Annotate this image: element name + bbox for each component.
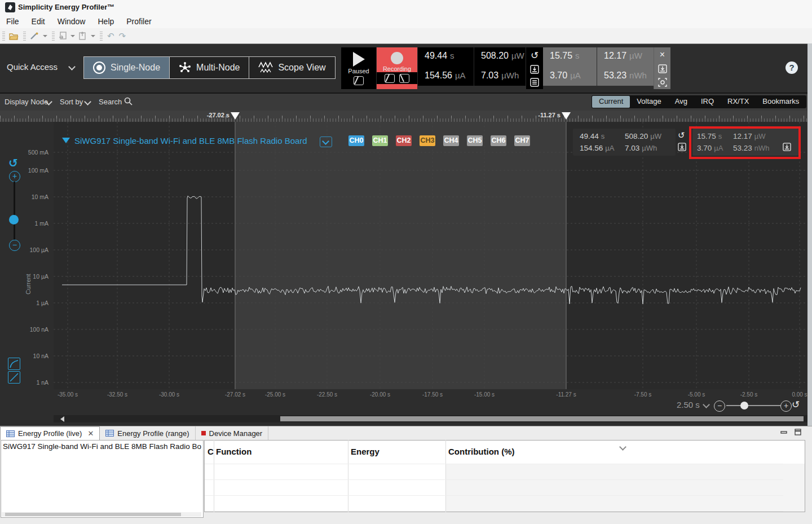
export-dropdown-icon[interactable] [91, 35, 95, 37]
back-icon[interactable]: ↶ [107, 31, 114, 41]
toolbar-drag-handle [52, 32, 55, 41]
bottom-tab-bar: Energy Profile (live) ✕ Energy Profile (… [0, 426, 268, 440]
zoom-window-value[interactable]: 2.50 s [677, 400, 700, 409]
search-icon[interactable] [124, 97, 133, 105]
col-header-c[interactable]: C [208, 447, 214, 456]
sort-by-dropdown[interactable]: Sort by [60, 98, 83, 106]
display-node-dropdown[interactable]: Display Node [5, 98, 48, 106]
app-window: Simplicity Energy Profiler™ File Edit Wi… [0, 0, 812, 524]
channel-badge-ch2[interactable]: CH2 [396, 135, 412, 146]
search-label[interactable]: Search [99, 98, 122, 106]
app-icon [5, 2, 15, 12]
device-dropdown-chevron-icon [322, 138, 329, 145]
single-node-icon [93, 61, 105, 74]
zoom-out-button[interactable]: − [9, 240, 20, 251]
play-icon[interactable] [353, 52, 365, 67]
log-scale-button[interactable] [8, 358, 20, 370]
open-folder-icon[interactable] [9, 32, 19, 40]
device-collapse-icon[interactable] [62, 138, 70, 143]
column-options-chevron-icon[interactable] [620, 442, 625, 452]
node-list-item[interactable]: SiWG917 Single-band Wi-Fi and BLE 8MB Fl… [3, 442, 201, 451]
time-ruler[interactable]: -27.02 s-11.27 s [0, 111, 807, 122]
single-node-button[interactable]: Single-Node [84, 57, 170, 78]
tab-irq[interactable]: IRQ [694, 96, 721, 108]
reset-zoom-icon[interactable]: ↺ [8, 156, 18, 170]
channel-badge-ch6[interactable]: CH6 [491, 135, 506, 146]
tab-energy-profile-range[interactable]: Energy Profile (range) [100, 426, 195, 440]
import-dropdown-icon[interactable] [70, 35, 75, 37]
zoom-window-out-button[interactable]: − [714, 400, 725, 412]
maximize-panel-icon[interactable] [794, 428, 802, 436]
tab-device-manager[interactable]: Device Manager [196, 426, 269, 440]
import-icon[interactable] [59, 32, 67, 40]
close-tab-icon[interactable]: ✕ [87, 429, 94, 438]
transport-controls: Paused Recording 49.44s 154.56µA 508.20µ… [341, 47, 670, 89]
export-range-icon[interactable] [658, 64, 667, 73]
zoom-window-reset-icon[interactable]: ↺ [792, 399, 800, 410]
forward-icon[interactable]: ↷ [119, 31, 126, 41]
recording-button[interactable]: Recording [377, 47, 418, 89]
chart-scrollbar-thumb[interactable] [280, 416, 804, 421]
range-marker-label: -11.27 s [521, 112, 561, 118]
multi-node-button[interactable]: Multi-Node [170, 57, 249, 78]
col-header-function[interactable]: Function [216, 447, 251, 456]
clear-graph-icon[interactable] [354, 76, 364, 85]
clear-data-icon[interactable] [385, 74, 395, 83]
range-marker-handle[interactable] [562, 112, 571, 120]
connect-tool-icon[interactable] [30, 32, 39, 40]
channel-badge-ch4[interactable]: CH4 [443, 135, 459, 146]
scope-view-icon [258, 61, 273, 74]
col-header-contribution[interactable]: Contribution (%) [448, 447, 514, 456]
zoom-in-button[interactable]: + [9, 171, 20, 182]
y-tick-label: 1 µA [36, 300, 48, 306]
linear-scale-button[interactable] [8, 371, 20, 384]
channel-badge-ch1[interactable]: CH1 [372, 135, 388, 146]
tab-energy-profile-live[interactable]: Energy Profile (live) ✕ [0, 426, 100, 440]
reset-live-stats-icon[interactable]: ↺ [531, 50, 539, 61]
zoom-window-in-button[interactable]: + [780, 400, 792, 412]
header-reset-live-icon[interactable]: ↺ [678, 130, 685, 140]
help-button[interactable]: ? [785, 61, 798, 74]
chart-vertical-scrollbar[interactable] [807, 43, 812, 426]
zoom-slider-track[interactable] [14, 182, 15, 240]
range-marker-handle[interactable] [231, 112, 240, 120]
menu-edit[interactable]: Edit [25, 15, 51, 28]
col-header-energy[interactable]: Energy [351, 447, 379, 456]
event-list-icon[interactable] [530, 78, 539, 87]
current-plot[interactable] [54, 122, 806, 389]
close-range-icon[interactable]: × [660, 50, 665, 60]
quick-access-label[interactable]: Quick Access [7, 62, 58, 72]
range-current-unit: µA [570, 71, 581, 80]
menu-profiler[interactable]: Profiler [120, 15, 157, 28]
header-export-live-icon[interactable] [678, 143, 686, 151]
zoom-slider-handle[interactable] [9, 215, 19, 224]
menu-file[interactable]: File [0, 15, 25, 28]
chart-horizontal-scrollbar[interactable] [54, 415, 807, 422]
clear-session-icon[interactable] [399, 74, 409, 83]
minimize-panel-icon[interactable] [780, 428, 788, 436]
tab-avg[interactable]: Avg [668, 96, 694, 108]
channel-badge-ch5[interactable]: CH5 [467, 135, 483, 146]
channel-badge-ch3[interactable]: CH3 [420, 135, 435, 146]
toolbar-drag-handle [23, 32, 26, 41]
connect-tool-dropdown-icon[interactable] [43, 35, 47, 37]
zoom-window-slider-track[interactable] [726, 405, 780, 406]
scroll-left-icon[interactable] [60, 416, 64, 422]
menu-help[interactable]: Help [91, 15, 120, 28]
export-icon[interactable] [79, 32, 87, 40]
tab-bookmarks[interactable]: Bookmarks [756, 96, 806, 108]
node-list-scrollbar-thumb[interactable] [5, 513, 181, 516]
channel-badge-ch7[interactable]: CH7 [514, 135, 530, 146]
device-dropdown-button[interactable] [320, 136, 332, 147]
tab-current[interactable]: Current [592, 96, 630, 108]
device-name[interactable]: SiWG917 Single-band Wi-Fi and BLE 8MB Fl… [74, 136, 307, 146]
export-live-icon[interactable] [530, 65, 539, 74]
menu-window[interactable]: Window [51, 15, 92, 28]
channel-badge-ch0[interactable]: CH0 [348, 135, 364, 146]
node-list-scrollbar[interactable] [2, 512, 201, 517]
scope-view-button[interactable]: Scope View [249, 57, 334, 78]
tab-rxtx[interactable]: RX/TX [721, 96, 756, 108]
screenshot-icon[interactable] [658, 78, 667, 87]
zoom-window-slider-handle[interactable] [740, 402, 748, 409]
tab-voltage[interactable]: Voltage [630, 96, 668, 108]
